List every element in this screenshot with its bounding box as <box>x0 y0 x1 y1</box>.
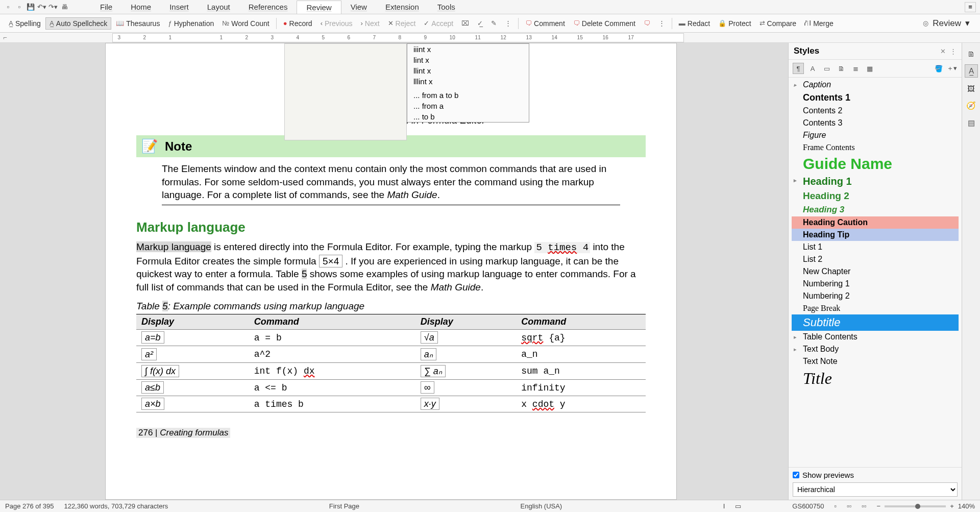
reject-all-icon[interactable]: ⌧ <box>458 18 473 29</box>
style-guide[interactable]: Guide Name <box>792 154 959 174</box>
zoom-in-icon[interactable]: + <box>950 502 954 510</box>
tab-icon[interactable]: ⌐ <box>3 34 7 41</box>
menu-home[interactable]: Home <box>121 1 160 14</box>
menu-file[interactable]: File <box>91 1 121 14</box>
delete-comment-button[interactable]: 🗨Delete Comment <box>570 18 639 29</box>
menu-extension[interactable]: Extension <box>376 1 428 14</box>
style-list2[interactable]: List 2 <box>792 253 959 265</box>
document-page: iiint x lint x llint x lllint x ... from… <box>105 43 677 500</box>
menu-tools[interactable]: Tools <box>428 1 464 14</box>
accept-all-icon[interactable]: ✓̲ <box>474 18 486 29</box>
more2-icon[interactable]: ⋮ <box>655 18 669 29</box>
fill-format-icon[interactable]: 🪣 <box>933 63 944 74</box>
frame-styles-icon[interactable]: ▭ <box>821 63 832 74</box>
style-num1[interactable]: Numbering 1 <box>792 278 959 290</box>
accept-button[interactable]: ✓Accept <box>420 18 457 29</box>
zoom-value[interactable]: 140% <box>958 502 975 510</box>
style-textbody[interactable]: ▸Text Body <box>792 343 959 355</box>
status-page[interactable]: Page 276 of 395 <box>5 502 54 510</box>
protect-button[interactable]: 🔒Protect <box>715 18 754 29</box>
reject-button[interactable]: ✕Reject <box>384 18 420 29</box>
zoom-out-icon[interactable]: − <box>877 502 881 510</box>
status-insert-icon[interactable]: I <box>723 502 725 510</box>
page-styles-icon[interactable]: 🗎 <box>836 63 847 74</box>
review-dropdown[interactable]: ◎Review▾ <box>918 16 975 31</box>
style-pagebreak[interactable]: Page Break <box>792 302 959 314</box>
style-figure[interactable]: Figure <box>792 129 959 141</box>
style-list[interactable]: ▸Caption Contents 1 Contents 2 Contents … <box>789 78 962 467</box>
redact-button[interactable]: ▬Redact <box>675 18 714 29</box>
open-icon[interactable]: ▫ <box>15 3 23 11</box>
more-icon[interactable]: ⋮ <box>950 47 957 55</box>
style-newchapter[interactable]: New Chapter <box>792 265 959 278</box>
comment-button[interactable]: 🗨Comment <box>522 18 569 29</box>
menu-view[interactable]: View <box>341 1 376 14</box>
list-styles-icon[interactable]: ≣ <box>850 63 861 74</box>
horizontal-ruler[interactable]: 321 123 456 789 101112 131415 1617 <box>112 33 684 42</box>
save-icon[interactable]: 💾 <box>27 3 35 11</box>
note-body: The Elements window and the context menu… <box>162 162 620 205</box>
char-styles-icon[interactable]: A <box>807 63 818 74</box>
print-icon[interactable]: 🖶 <box>60 3 68 11</box>
table-caption: Table 5: Example commands using markup l… <box>136 301 646 312</box>
style-tablecontents[interactable]: ▸Table Contents <box>792 331 959 343</box>
menu-review[interactable]: Review <box>297 1 341 14</box>
style-subtitle[interactable]: Subtitle <box>792 314 959 331</box>
record-button[interactable]: ●Record <box>280 18 316 29</box>
style-num2[interactable]: Numbering 2 <box>792 290 959 302</box>
view-multi-icon[interactable]: ▫▫ <box>847 502 851 510</box>
hyphenation-button[interactable]: ƒHyphenation <box>164 18 217 29</box>
table-styles-icon[interactable]: ▦ <box>864 63 875 74</box>
auto-spellcheck-button[interactable]: A̲Auto Spellcheck <box>45 17 111 30</box>
previous-button[interactable]: ‹Previous <box>317 18 356 29</box>
filter-icon[interactable]: ✎ <box>487 18 500 29</box>
view-book-icon[interactable]: ▫▫ <box>862 502 866 510</box>
page-footer: 276 | Creating formulas <box>136 428 230 438</box>
menu-insert[interactable]: Insert <box>160 1 198 14</box>
undo-icon[interactable]: ↶▾ <box>38 3 46 11</box>
close-icon[interactable]: ✕ <box>940 47 946 55</box>
zoom-slider[interactable] <box>885 505 946 507</box>
style-h3[interactable]: Heading 3 <box>792 203 959 216</box>
new-icon[interactable]: ▫ <box>4 3 12 11</box>
next-button[interactable]: ›Next <box>357 18 383 29</box>
status-lang[interactable]: English (USA) <box>521 502 562 510</box>
style-textnote[interactable]: Text Note <box>792 355 959 368</box>
style-caution[interactable]: Heading Caution <box>792 216 959 229</box>
context-menu-image: iiint x lint x llint x lllint x ... from… <box>407 43 529 123</box>
style-tip[interactable]: Heading Tip <box>792 229 959 241</box>
status-sel-icon[interactable]: ▭ <box>735 502 741 510</box>
thesaurus-button[interactable]: 📖Thesaurus <box>112 18 163 29</box>
show-previews-checkbox[interactable]: Show previews <box>793 471 958 479</box>
style-h1[interactable]: ▸Heading 1 <box>792 174 959 189</box>
style-caption[interactable]: ▸Caption <box>792 79 959 91</box>
status-style[interactable]: First Page <box>329 502 359 510</box>
spelling-button[interactable]: A̲Spelling <box>5 18 44 29</box>
wordcount-button[interactable]: №Word Count <box>218 18 273 29</box>
merge-button[interactable]: ⛙Merge <box>801 18 837 29</box>
view-single-icon[interactable]: ▫ <box>835 502 837 510</box>
style-filter-select[interactable]: Hierarchical <box>793 482 958 497</box>
style-title[interactable]: Title <box>792 368 959 389</box>
more-icon[interactable]: ⋮ <box>501 18 515 29</box>
properties-icon[interactable]: 🗎 <box>965 47 978 60</box>
style-contents3[interactable]: Contents 3 <box>792 117 959 129</box>
style-frame[interactable]: Frame Contents <box>792 141 959 154</box>
style-contents1[interactable]: Contents 1 <box>792 91 959 105</box>
menu-layout[interactable]: Layout <box>198 1 239 14</box>
style-list1[interactable]: List 1 <box>792 241 959 253</box>
navigator-icon[interactable]: 🧭 <box>965 99 978 112</box>
style-h2[interactable]: Heading 2 <box>792 189 959 203</box>
page-icon[interactable]: ▤ <box>965 116 978 130</box>
style-contents2[interactable]: Contents 2 <box>792 105 959 117</box>
styles-icon[interactable]: A̲ <box>965 64 978 78</box>
gallery-icon[interactable]: 🖼 <box>965 82 978 95</box>
status-words[interactable]: 122,360 words, 703,729 characters <box>64 502 168 510</box>
compare-button[interactable]: ⇄Compare <box>756 18 800 29</box>
paragraph-styles-icon[interactable]: ¶ <box>793 63 804 74</box>
hamburger-icon[interactable]: ≡ <box>965 2 976 12</box>
redo-icon[interactable]: ↷▾ <box>49 3 57 11</box>
menu-references[interactable]: References <box>239 1 297 14</box>
comment-nav-icon[interactable]: 🗨 <box>640 18 654 29</box>
new-style-icon[interactable]: ＋▾ <box>946 63 958 74</box>
